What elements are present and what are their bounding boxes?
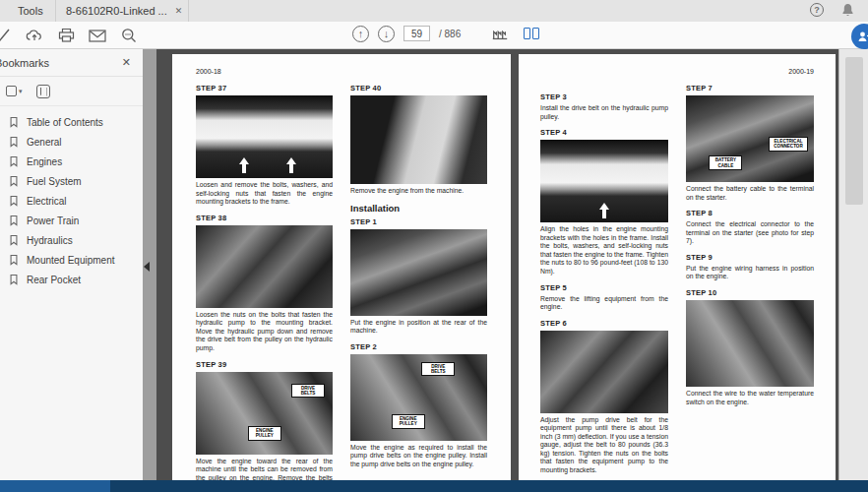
bookmark-icon <box>9 195 19 207</box>
vertical-scrollbar[interactable] <box>838 49 868 480</box>
step-caption: Put the engine wiring harness in positio… <box>686 265 814 281</box>
step-photo <box>540 140 668 222</box>
bottom-bar-segment[interactable] <box>0 480 110 492</box>
step-heading: STEP 2 <box>350 342 487 351</box>
search-zoom-icon[interactable] <box>120 27 138 44</box>
bookmark-icon <box>9 254 19 266</box>
tab-close-icon[interactable]: ✕ <box>175 6 183 16</box>
notification-bell-icon[interactable] <box>841 3 854 17</box>
step-heading: STEP 9 <box>686 253 814 262</box>
bookmark-icon <box>9 215 19 226</box>
step-caption: Move the engine toward the rear of the m… <box>196 458 333 481</box>
section-heading: Installation <box>350 203 487 214</box>
bookmarks-panel-title: Bookmarks <box>0 57 49 69</box>
page-scrolling-icon[interactable] <box>491 25 509 42</box>
photo-label: ENGINE PULLEY <box>392 414 425 429</box>
step-heading: STEP 6 <box>540 319 668 328</box>
photo-arrow <box>239 157 249 173</box>
bookmark-icon <box>9 155 19 167</box>
step-caption: Install the drive belt on the hydraulic … <box>540 104 668 121</box>
step-block: STEP 4 Align the holes in the engine mou… <box>540 128 668 276</box>
bookmark-item-electrical[interactable]: Electrical <box>0 191 143 211</box>
step-photo <box>196 95 333 178</box>
step-photo: ELECTRICAL CONNECTOR BATTERY CABLE <box>686 95 814 182</box>
document-viewport: 2000-18 STEP 37 Loosen and remove the bo… <box>156 49 838 480</box>
step-heading: STEP 39 <box>196 360 333 369</box>
print-icon[interactable] <box>57 27 75 44</box>
step-caption: Remove the engine from the machine. <box>350 187 487 196</box>
page-column: STEP 37 Loosen and remove the bolts, was… <box>196 81 333 480</box>
photo-label: DRIVE BELTS <box>291 384 325 399</box>
step-caption: Align the holes in the engine mounting b… <box>540 225 668 276</box>
step-block: STEP 37 Loosen and remove the bolts, was… <box>196 84 333 207</box>
add-bookmark-icon[interactable] <box>36 85 50 98</box>
bookmarks-panel-header: Bookmarks ✕ <box>0 49 143 77</box>
bookmarks-list: Table of Contents General Engines Fuel S… <box>0 106 143 289</box>
bookmark-options-icon[interactable]: ▾ <box>6 86 23 96</box>
bookmark-label: Fuel System <box>27 176 82 187</box>
tab-tools[interactable]: Tools <box>8 0 53 22</box>
bookmark-item-rear-pocket[interactable]: Rear Pocket <box>0 270 143 289</box>
step-block: STEP 3 Install the drive belt on the hyd… <box>540 92 668 121</box>
bookmark-item-fuel-system[interactable]: Fuel System <box>0 171 143 191</box>
bookmark-item-table-of-contents[interactable]: Table of Contents <box>0 112 143 132</box>
bookmark-label: Mounted Equipment <box>27 255 115 266</box>
bookmarks-panel: Bookmarks ✕ ▾ Table of Contents General <box>0 49 143 480</box>
bookmark-label: Electrical <box>27 196 67 207</box>
toolbar-left-group <box>0 27 138 44</box>
bookmark-label: Rear Pocket <box>27 275 81 285</box>
vertical-scrollbar-thumb[interactable] <box>845 57 863 205</box>
panel-collapse-icon[interactable] <box>144 262 150 272</box>
next-page-icon[interactable]: ↓ <box>378 26 395 42</box>
page-number: 2000-18 <box>196 68 487 81</box>
step-photo <box>540 331 668 413</box>
acrobat-window: Tools 8-66102R0-Linked ... ✕ ? <box>0 0 868 492</box>
step-heading: STEP 10 <box>686 288 814 297</box>
step-heading: STEP 37 <box>196 84 333 92</box>
step-heading: STEP 4 <box>540 128 668 137</box>
pdf-page-left: 2000-18 STEP 37 Loosen and remove the bo… <box>172 54 511 480</box>
bookmark-label: Table of Contents <box>27 117 103 128</box>
photo-label: ELECTRICAL CONNECTOR <box>769 137 808 152</box>
two-page-view-icon[interactable] <box>524 28 539 39</box>
cloud-upload-icon[interactable] <box>26 27 43 44</box>
bookmark-item-hydraulics[interactable]: Hydraulics <box>0 230 143 250</box>
photo-arrow <box>286 157 296 173</box>
tab-document[interactable]: 8-66102R0-Linked ... ✕ <box>55 0 189 22</box>
step-heading: STEP 5 <box>540 283 668 292</box>
previous-page-icon[interactable]: ↑ <box>352 26 369 42</box>
step-block: STEP 7 ELECTRICAL CONNECTOR BATTERY CABL… <box>686 84 814 202</box>
panel-close-icon[interactable]: ✕ <box>122 56 131 69</box>
bookmark-item-mounted-equipment[interactable]: Mounted Equipment <box>0 250 143 270</box>
save-icon[interactable] <box>0 27 12 44</box>
step-heading: STEP 8 <box>686 209 814 217</box>
step-block: STEP 5 Remove the lifting equipment from… <box>540 283 668 312</box>
step-photo <box>196 225 333 308</box>
page-number-input[interactable] <box>403 26 430 41</box>
step-caption: Connect the wire to the water temperatur… <box>686 390 814 406</box>
bookmark-icon <box>9 116 19 128</box>
bookmarks-panel-toolbar: ▾ <box>0 77 143 106</box>
page-number: 2000-19 <box>540 68 814 81</box>
bookmark-icon <box>9 234 19 246</box>
step-block: STEP 39 DRIVE BELTS ENGINE PULLEY Move t… <box>196 360 333 481</box>
bookmark-label: General <box>27 137 62 148</box>
app-body: Bookmarks ✕ ▾ Table of Contents General <box>0 49 868 480</box>
step-caption: Remove the lifting equipment from the en… <box>540 295 668 312</box>
panel-edge-strip <box>143 49 156 480</box>
step-block: STEP 1 Put the engine in position at the… <box>350 217 487 336</box>
page-column: STEP 7 ELECTRICAL CONNECTOR BATTERY CABL… <box>686 81 814 480</box>
help-icon[interactable]: ? <box>810 3 824 17</box>
user-account-button[interactable] <box>851 24 868 49</box>
bottom-bar <box>0 480 868 492</box>
step-block: STEP 2 DRIVE BELTS ENGINE PULLEY Move th… <box>350 342 487 469</box>
bookmark-item-engines[interactable]: Engines <box>0 152 143 171</box>
step-block: STEP 9 Put the engine wiring harness in … <box>686 253 814 281</box>
step-photo: DRIVE BELTS ENGINE PULLEY <box>350 354 487 441</box>
email-icon[interactable] <box>89 27 106 44</box>
bookmark-item-power-train[interactable]: Power Train <box>0 211 143 230</box>
bookmark-item-general[interactable]: General <box>0 132 143 152</box>
step-heading: STEP 38 <box>196 214 333 222</box>
tab-bar: Tools 8-66102R0-Linked ... ✕ ? <box>0 0 868 22</box>
step-heading: STEP 7 <box>686 84 814 92</box>
